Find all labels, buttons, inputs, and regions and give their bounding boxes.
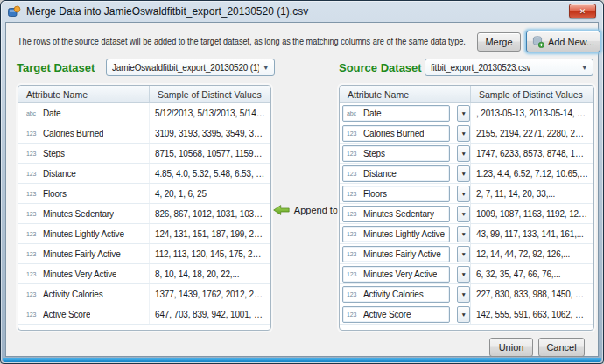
numeric-type-icon: 123 [347,251,360,257]
chevron-down-icon: ▼ [461,251,467,257]
distinct-values-cell: 12, 14, 44, 72, 92, 126,... [471,249,593,259]
combobox-dropdown-button[interactable]: ▼ [457,246,470,262]
table-row: 123Minutes Fairly Active112, 113, 120, 1… [18,244,270,264]
numeric-type-icon: 123 [26,171,39,177]
attribute-combobox[interactable]: 123Activity Calories [342,286,450,303]
attribute-name-label: Distance [363,169,397,178]
distinct-values-cell: 3109, 3193, 3395, 3549, 3637, ... [150,129,270,138]
attribute-name-cell: 123Calories Burned▼ [340,123,471,143]
table-row: 123Calories Burned3109, 3193, 3395, 3549… [18,123,270,144]
attribute-name-label: Active Score [363,310,411,319]
attribute-combobox[interactable]: 123Minutes Fairly Active [342,246,450,262]
chevron-down-icon: ▼ [461,150,467,157]
close-button[interactable]: ✕ [569,4,596,18]
source-dataset-select[interactable]: fitbit_export_20130523.csv ▼ [425,59,593,76]
table-row: 123Minutes Sedentary826, 867, 1012, 1031… [18,204,270,224]
combobox-dropdown-button[interactable]: ▼ [457,286,470,303]
add-new-button[interactable]: Add New... [526,31,600,52]
table-row: 123Calories Burned▼2155, 2194, 2271, 228… [340,123,593,144]
target-dataset-select[interactable]: JamieOswaldfitbit_export_20130520 (1)...… [106,59,275,76]
distinct-values-cell: 826, 867, 1012, 1031, 1035, 10... [150,209,270,219]
combobox-dropdown-button[interactable]: ▼ [457,145,470,162]
attribute-combobox[interactable]: 123Steps [342,145,450,162]
target-dataset-table: Attribute Name Sample of Distinct Values… [18,85,271,331]
chevron-down-icon: ▼ [461,291,467,298]
numeric-type-icon: 123 [347,191,360,197]
table-row: 123Minutes Very Active8, 10, 14, 18, 20,… [18,264,270,284]
attribute-name-cell: 123Calories Burned [18,123,150,143]
attribute-name-label: Floors [43,189,67,199]
attribute-name-label: Calories Burned [363,129,424,138]
merge-data-dialog: Merge Data into JamieOswaldfitbit_export… [0,0,604,364]
attribute-name-label: Date [363,108,382,118]
attribute-combobox[interactable]: 123Minutes Lightly Active [342,226,450,242]
chevron-down-icon: ▼ [461,211,467,217]
combobox-dropdown-button[interactable]: ▼ [457,206,470,222]
chevron-down-icon: ▼ [461,110,467,116]
attribute-name-cell: 123Minutes Sedentary▼ [340,204,471,223]
combobox-dropdown-button[interactable]: ▼ [457,125,470,142]
combobox-dropdown-button[interactable]: ▼ [457,226,470,242]
numeric-type-icon: 123 [26,130,39,136]
attribute-name-cell: 123Minutes Lightly Active [18,224,150,243]
table-row: 123Activity Calories1377, 1439, 1762, 20… [18,284,270,304]
attribute-name-cell: 123Steps▼ [340,144,471,163]
attribute-name-cell: 123Floors [18,184,150,203]
attribute-combobox[interactable]: 123Minutes Very Active [342,266,450,283]
append-to-label: Append to [294,205,338,215]
chevron-down-icon: ▼ [461,191,467,197]
combobox-dropdown-button[interactable]: ▼ [457,266,470,283]
window-bottom-accent [3,358,601,362]
attribute-combobox[interactable]: 123Active Score [342,306,450,323]
cancel-button-label: Cancel [546,342,576,353]
instruction-text: The rows of the source dataset will be a… [18,36,429,46]
combobox-dropdown-button[interactable]: ▼ [457,165,470,182]
table-row: abcDate5/12/2013, 5/13/2013, 5/14/2... [18,103,270,123]
union-button[interactable]: Union [489,338,533,357]
distinct-values-cell: 227, 830, 833, 988, 1450, 1565,... [471,290,593,299]
table-row: 123Minutes Lightly Active124, 131, 151, … [18,224,270,244]
distinct-values-cell: 2155, 2194, 2271, 2280, 2702, ... [471,129,593,138]
chevron-down-icon: ▼ [461,271,467,277]
attribute-name-cell: abcDate▼ [340,103,471,122]
numeric-type-icon: 123 [347,211,360,217]
add-database-icon [532,36,544,48]
combobox-dropdown-button[interactable]: ▼ [457,105,470,122]
attribute-combobox[interactable]: abcDate [342,105,450,122]
attribute-name-label: Date [43,108,61,118]
chevron-down-icon: ▼ [461,130,467,136]
target-dataset-selected-file: JamieOswaldfitbit_export_20130520 (1)... [112,63,259,73]
attribute-name-label: Minutes Sedentary [363,209,434,219]
distinct-values-cell: , 2013-05-13, 2013-05-14, 201... [471,108,593,118]
attribute-name-cell: abcDate [18,103,150,122]
attribute-combobox[interactable]: 123Calories Burned [342,125,450,142]
table-row: 123Floors▼2, 7, 11, 14, 20, 33,... [340,184,593,204]
table-row: abcDate▼, 2013-05-13, 2013-05-14, 201... [340,103,593,123]
numeric-type-icon: 123 [347,171,360,177]
distinct-values-cell: 1009, 1087, 1163, 1192, 1231, ... [471,209,593,219]
attribute-combobox[interactable]: 123Minutes Sedentary [342,206,450,222]
merge-button[interactable]: Merge [477,32,521,52]
numeric-type-icon: 123 [26,251,39,257]
chevron-down-icon: ▼ [461,312,467,318]
distinct-values-cell: 124, 131, 151, 187, 199, 220,... [150,229,270,239]
combobox-dropdown-button[interactable]: ▼ [457,186,470,202]
combobox-dropdown-button[interactable]: ▼ [457,306,470,323]
attribute-name-label: Minutes Very Active [43,270,116,279]
distinct-values-cell: 647, 703, 839, 942, 1001, 1111... [150,310,270,319]
attribute-combobox[interactable]: 123Floors [342,186,450,202]
window-title: Merge Data into JamieOswaldfitbit_export… [26,5,308,18]
append-arrow-icon [273,201,290,219]
union-button-label: Union [499,342,524,353]
attribute-name-cell: 123Minutes Very Active▼ [340,264,471,284]
distinct-values-cell: 6, 32, 35, 47, 66, 76,... [471,270,593,279]
attribute-name-cell: 123Minutes Fairly Active [18,244,150,263]
distinct-values-cell: 1377, 1439, 1762, 2012, 2106, ... [150,290,270,299]
attribute-name-label: Minutes Very Active [363,270,437,279]
attribute-name-label: Activity Calories [363,290,424,299]
cancel-button[interactable]: Cancel [538,338,585,357]
distinct-values-cell: 1747, 6233, 8573, 8748, 15049,... [471,149,593,158]
attribute-combobox[interactable]: 123Distance [342,165,450,182]
numeric-type-icon: 123 [26,191,39,197]
string-type-icon: abc [347,110,360,116]
